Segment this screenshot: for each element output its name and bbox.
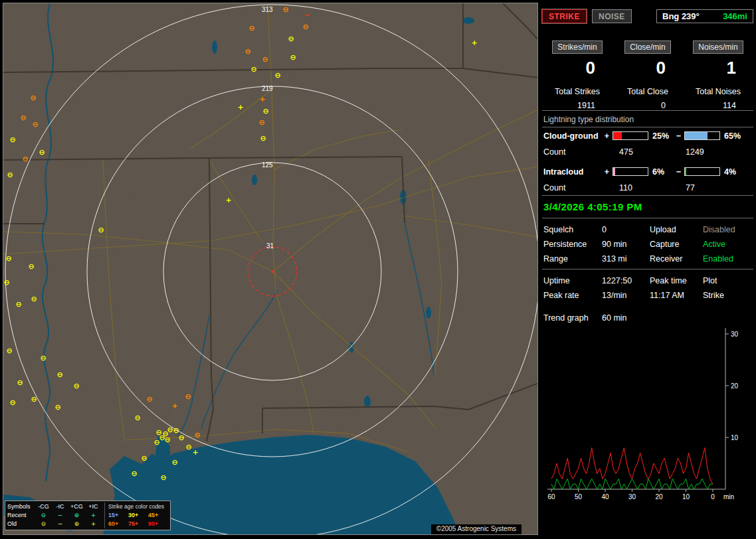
strike-symbol: ⊖ (194, 431, 200, 439)
cloud-ground-counts: Count 475 1249 (542, 144, 753, 159)
age-codes-title: Strike age color codes (108, 502, 168, 511)
strike-symbol: ⊖ (39, 148, 45, 157)
recent-neg-cg-icon: ⊖ (35, 511, 52, 520)
strike-symbol: ⊖ (40, 354, 46, 362)
map-legend: Symbols -CG -IC +CG +IC Recent ⊖ − ⊕ + O… (5, 501, 171, 530)
close-per-min-chip[interactable]: Close/min (624, 40, 670, 54)
recent-pos-ic-icon: + (85, 511, 102, 520)
strike-symbol: ⊖ (15, 300, 21, 309)
strike-symbol: ⊖ (31, 295, 37, 303)
bearing-value: Bng 239° (662, 11, 700, 21)
close-per-min-value: 0 (613, 58, 683, 78)
strike-symbol: ⊖ (141, 454, 147, 463)
ic-negative-count: 77 (676, 183, 695, 193)
strike-symbol: ⊖ (164, 435, 170, 444)
minus-sign: − (675, 131, 682, 141)
total-noises-value: 114 (683, 101, 753, 110)
strike-symbol: ⊖ (131, 469, 137, 478)
strikes-column: Strikes/min 0 Total Strikes 1911 (542, 40, 613, 110)
ring-label-125: 125 (262, 161, 273, 169)
range-value: 313 mi (602, 254, 650, 264)
strike-symbol: ⊖ (56, 370, 62, 379)
stats-grid: Uptime 1227:50 Peak time Plot Peak rate … (542, 270, 753, 305)
peak-rate-label: Peak rate (543, 291, 602, 300)
legend-col-pos-ic: +IC (85, 502, 102, 511)
strike-symbol: ⊖ (160, 473, 166, 482)
svg-text:40: 40 (601, 493, 609, 501)
capture-status: Active (703, 240, 753, 249)
svg-text:10: 10 (731, 434, 739, 441)
ic-positive-pct: 6% (650, 167, 675, 177)
distance-value: 346mi (723, 11, 747, 21)
strike-symbol: ⊖ (3, 278, 9, 287)
uptime-value: 1227:50 (602, 276, 650, 285)
strikes-per-min-value: 0 (542, 58, 613, 78)
ic-negative-bar (684, 167, 720, 176)
status-panel: STRIKE NOISE Bng 239° 346mi Strikes/min … (542, 9, 753, 536)
noises-per-min-chip[interactable]: Noises/min (693, 40, 743, 54)
strike-symbol: ⊖ (73, 382, 79, 390)
old-pos-ic-icon: + (85, 520, 102, 528)
svg-text:20: 20 (731, 382, 739, 390)
strike-symbol: ⊖ (282, 5, 288, 14)
strike-symbol: ⊖ (250, 65, 256, 74)
strike-symbol: ⊖ (9, 398, 15, 407)
squelch-label: Squelch (543, 225, 602, 234)
plot-label: Plot (703, 276, 753, 285)
age-30: 30+ (128, 511, 148, 520)
distribution-title: Lightning type distribution (543, 115, 753, 124)
strike-symbol: + (259, 95, 265, 104)
svg-text:20: 20 (655, 493, 663, 501)
ic-positive-bar (613, 167, 648, 176)
count-label: Count (543, 183, 603, 193)
station-marker (271, 270, 274, 273)
cloud-ground-row: Cloud-ground + 25% − 65% (542, 127, 753, 144)
divider (542, 110, 753, 111)
age-15: 15+ (108, 511, 128, 520)
range-label: Range (543, 254, 602, 264)
cg-negative-count: 1249 (676, 147, 704, 157)
persistence-value: 90 min (602, 240, 650, 249)
strike-symbol: ⊖ (178, 433, 184, 442)
strike-symbol: ⊖ (262, 55, 268, 64)
strike-symbol: + (171, 402, 177, 410)
noise-mode-button[interactable]: NOISE (592, 9, 632, 23)
receiver-label: Receiver (650, 254, 703, 264)
strike-symbol: ⊖ (262, 107, 268, 116)
ring-label-313: 313 (262, 6, 273, 13)
cg-positive-bar (613, 131, 648, 140)
cg-negative-pct: 65% (722, 131, 747, 141)
strike-symbol: ⊖ (22, 155, 28, 163)
noises-column: Noises/min 1 Total Noises 114 (683, 40, 753, 110)
old-neg-cg-icon: ⊖ (35, 520, 52, 528)
recent-pos-cg-icon: ⊕ (68, 511, 85, 520)
svg-text:30: 30 (731, 331, 739, 338)
lightning-map[interactable]: 313 219 125 31 ⊖−⊖⊖⊖⊖⊖⊖⊖⊖+++⊖⊖⊖+⊖⊖⊖⊖⊖⊖⊖⊖… (3, 3, 537, 534)
upload-label: Upload (650, 225, 703, 234)
strike-symbol: ⊖ (20, 114, 26, 122)
datetime-display: 3/4/2026 4:05:19 PM (542, 196, 753, 218)
strike-symbol: + (237, 103, 243, 112)
strike-symbol: + (471, 38, 477, 47)
peak-rate-value: 13/min (602, 291, 650, 300)
strikes-per-min-chip[interactable]: Strikes/min (552, 40, 602, 54)
strike-symbol: ⊖ (17, 378, 23, 387)
plot-value: Strike (703, 291, 753, 300)
strike-mode-button[interactable]: STRIKE (542, 9, 587, 23)
total-strikes-value: 1911 (542, 101, 613, 110)
strike-symbol: ⊖ (290, 53, 296, 62)
strike-symbol: ⊖ (98, 226, 104, 234)
svg-text:60: 60 (547, 493, 555, 501)
close-column: Close/min 0 Total Close 0 (613, 40, 683, 110)
nexstorm-window: 313 219 125 31 ⊖−⊖⊖⊖⊖⊖⊖⊖⊖+++⊖⊖⊖+⊖⊖⊖⊖⊖⊖⊖⊖… (0, 0, 756, 539)
age-90: 90+ (148, 520, 168, 528)
ic-negative-pct: 4% (722, 167, 747, 177)
squelch-value: 0 (602, 225, 650, 234)
plus-sign: + (603, 167, 611, 177)
strike-symbol: ⊖ (7, 171, 13, 179)
map-panel[interactable]: 313 219 125 31 ⊖−⊖⊖⊖⊖⊖⊖⊖⊖+++⊖⊖⊖+⊖⊖⊖⊖⊖⊖⊖⊖… (3, 3, 538, 535)
intracloud-counts: Count 110 77 (542, 180, 753, 195)
strike-symbol: ⊖ (274, 71, 280, 80)
total-close-value: 0 (613, 101, 683, 110)
strike-symbol: ⊖ (153, 438, 159, 447)
